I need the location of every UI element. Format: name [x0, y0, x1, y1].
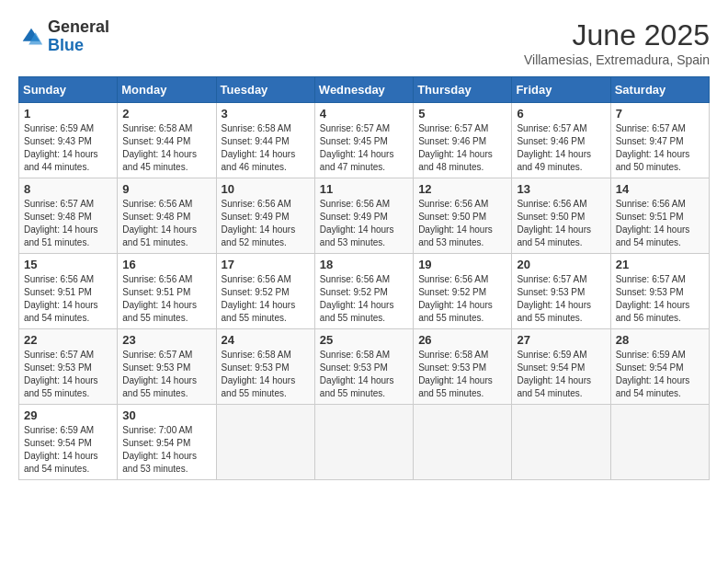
logo-blue: Blue [48, 36, 84, 54]
calendar-cell: 14Sunrise: 6:56 AMSunset: 9:51 PMDayligh… [610, 178, 709, 254]
day-info: Sunrise: 6:57 AMSunset: 9:48 PMDaylight:… [24, 198, 112, 249]
day-info: Sunrise: 6:56 AMSunset: 9:51 PMDaylight:… [24, 273, 112, 325]
calendar-cell: 2Sunrise: 6:58 AMSunset: 9:44 PMDaylight… [118, 103, 216, 178]
calendar-cell: 12Sunrise: 6:56 AMSunset: 9:50 PMDayligh… [414, 178, 512, 254]
day-info: Sunrise: 6:59 AMSunset: 9:54 PMDaylight:… [517, 349, 605, 400]
calendar-cell [314, 405, 413, 480]
day-number: 16 [122, 258, 210, 271]
day-number: 17 [222, 258, 310, 271]
calendar-cell: 23Sunrise: 6:57 AMSunset: 9:53 PMDayligh… [118, 329, 216, 405]
weekday-header-saturday: Saturday [610, 77, 709, 103]
day-info: Sunrise: 6:57 AMSunset: 9:53 PMDaylight:… [616, 273, 704, 325]
calendar-cell [414, 405, 512, 480]
day-number: 28 [616, 333, 704, 347]
calendar-cell: 19Sunrise: 6:56 AMSunset: 9:52 PMDayligh… [414, 254, 512, 329]
calendar-cell: 9Sunrise: 6:56 AMSunset: 9:48 PMDaylight… [118, 178, 216, 254]
day-number: 18 [320, 258, 408, 271]
calendar-cell: 27Sunrise: 6:59 AMSunset: 9:54 PMDayligh… [512, 329, 610, 405]
day-info: Sunrise: 6:56 AMSunset: 9:52 PMDaylight:… [222, 273, 310, 325]
calendar-cell: 8Sunrise: 6:57 AMSunset: 9:48 PMDaylight… [19, 178, 118, 254]
day-info: Sunrise: 6:59 AMSunset: 9:54 PMDaylight:… [24, 424, 112, 476]
day-info: Sunrise: 6:56 AMSunset: 9:52 PMDaylight:… [320, 273, 408, 325]
day-number: 1 [24, 107, 112, 121]
day-info: Sunrise: 6:56 AMSunset: 9:51 PMDaylight:… [122, 273, 210, 325]
day-info: Sunrise: 6:56 AMSunset: 9:48 PMDaylight:… [122, 198, 210, 249]
calendar-cell: 5Sunrise: 6:57 AMSunset: 9:46 PMDaylight… [414, 103, 512, 178]
weekday-header-wednesday: Wednesday [314, 77, 413, 103]
day-number: 30 [122, 408, 210, 422]
logo-general: General [48, 17, 109, 36]
calendar-cell: 20Sunrise: 6:57 AMSunset: 9:53 PMDayligh… [512, 254, 610, 329]
day-info: Sunrise: 6:58 AMSunset: 9:44 PMDaylight:… [222, 122, 310, 174]
calendar-cell: 10Sunrise: 6:56 AMSunset: 9:49 PMDayligh… [216, 178, 314, 254]
logo: General Blue [18, 18, 109, 55]
day-number: 19 [418, 258, 506, 271]
calendar-cell: 24Sunrise: 6:58 AMSunset: 9:53 PMDayligh… [216, 329, 314, 405]
weekday-header-thursday: Thursday [414, 77, 512, 103]
day-number: 3 [222, 107, 310, 121]
day-info: Sunrise: 6:58 AMSunset: 9:53 PMDaylight:… [222, 349, 310, 400]
day-info: Sunrise: 6:57 AMSunset: 9:53 PMDaylight:… [517, 273, 605, 325]
day-number: 20 [517, 258, 605, 271]
month-title: June 2025 [524, 18, 710, 52]
logo-text: General Blue [48, 18, 109, 55]
calendar-table: SundayMondayTuesdayWednesdayThursdayFrid… [18, 76, 710, 480]
day-number: 11 [320, 182, 408, 196]
day-number: 15 [24, 258, 112, 271]
weekday-header-sunday: Sunday [19, 77, 118, 103]
day-info: Sunrise: 6:57 AMSunset: 9:53 PMDaylight:… [122, 349, 210, 400]
day-info: Sunrise: 6:57 AMSunset: 9:46 PMDaylight:… [517, 122, 605, 174]
calendar-week-1: 1Sunrise: 6:59 AMSunset: 9:43 PMDaylight… [19, 103, 710, 178]
day-info: Sunrise: 6:57 AMSunset: 9:47 PMDaylight:… [616, 122, 704, 174]
day-number: 13 [517, 182, 605, 196]
day-number: 26 [418, 333, 506, 347]
title-area: June 2025 Villamesias, Extremadura, Spai… [524, 18, 710, 67]
day-number: 12 [418, 182, 506, 196]
calendar-week-3: 15Sunrise: 6:56 AMSunset: 9:51 PMDayligh… [19, 254, 710, 329]
calendar-cell [216, 405, 314, 480]
day-info: Sunrise: 6:57 AMSunset: 9:46 PMDaylight:… [418, 122, 506, 174]
day-number: 23 [122, 333, 210, 347]
calendar-cell: 7Sunrise: 6:57 AMSunset: 9:47 PMDaylight… [610, 103, 709, 178]
calendar-week-2: 8Sunrise: 6:57 AMSunset: 9:48 PMDaylight… [19, 178, 710, 254]
day-number: 2 [122, 107, 210, 121]
day-number: 10 [222, 182, 310, 196]
day-info: Sunrise: 6:57 AMSunset: 9:53 PMDaylight:… [24, 349, 112, 400]
day-number: 4 [320, 107, 408, 121]
day-number: 6 [517, 107, 605, 121]
calendar-cell: 11Sunrise: 6:56 AMSunset: 9:49 PMDayligh… [314, 178, 413, 254]
calendar-cell: 25Sunrise: 6:58 AMSunset: 9:53 PMDayligh… [314, 329, 413, 405]
day-info: Sunrise: 6:58 AMSunset: 9:53 PMDaylight:… [418, 349, 506, 400]
day-info: Sunrise: 6:56 AMSunset: 9:49 PMDaylight:… [222, 198, 310, 249]
weekday-header-monday: Monday [118, 77, 216, 103]
day-info: Sunrise: 6:59 AMSunset: 9:43 PMDaylight:… [24, 122, 112, 174]
day-info: Sunrise: 6:58 AMSunset: 9:44 PMDaylight:… [122, 122, 210, 174]
calendar-cell: 3Sunrise: 6:58 AMSunset: 9:44 PMDaylight… [216, 103, 314, 178]
calendar-week-4: 22Sunrise: 6:57 AMSunset: 9:53 PMDayligh… [19, 329, 710, 405]
day-number: 22 [24, 333, 112, 347]
calendar-cell: 6Sunrise: 6:57 AMSunset: 9:46 PMDaylight… [512, 103, 610, 178]
day-info: Sunrise: 6:56 AMSunset: 9:51 PMDaylight:… [616, 198, 704, 249]
calendar-cell: 15Sunrise: 6:56 AMSunset: 9:51 PMDayligh… [19, 254, 118, 329]
day-info: Sunrise: 6:56 AMSunset: 9:49 PMDaylight:… [320, 198, 408, 249]
calendar-week-5: 29Sunrise: 6:59 AMSunset: 9:54 PMDayligh… [19, 405, 710, 480]
day-number: 14 [616, 182, 704, 196]
day-info: Sunrise: 6:56 AMSunset: 9:50 PMDaylight:… [418, 198, 506, 249]
calendar-cell: 18Sunrise: 6:56 AMSunset: 9:52 PMDayligh… [314, 254, 413, 329]
location-subtitle: Villamesias, Extremadura, Spain [524, 52, 710, 67]
day-info: Sunrise: 6:56 AMSunset: 9:50 PMDaylight:… [517, 198, 605, 249]
calendar-cell: 13Sunrise: 6:56 AMSunset: 9:50 PMDayligh… [512, 178, 610, 254]
day-number: 27 [517, 333, 605, 347]
calendar-cell [610, 405, 709, 480]
day-info: Sunrise: 7:00 AMSunset: 9:54 PMDaylight:… [122, 424, 210, 476]
day-number: 8 [24, 182, 112, 196]
header: General Blue June 2025 Villamesias, Extr… [18, 18, 710, 67]
calendar-cell: 30Sunrise: 7:00 AMSunset: 9:54 PMDayligh… [118, 405, 216, 480]
day-info: Sunrise: 6:59 AMSunset: 9:54 PMDaylight:… [616, 349, 704, 400]
calendar-cell: 21Sunrise: 6:57 AMSunset: 9:53 PMDayligh… [610, 254, 709, 329]
weekday-header-friday: Friday [512, 77, 610, 103]
calendar-cell: 28Sunrise: 6:59 AMSunset: 9:54 PMDayligh… [610, 329, 709, 405]
day-number: 24 [222, 333, 310, 347]
day-number: 5 [418, 107, 506, 121]
calendar-cell: 29Sunrise: 6:59 AMSunset: 9:54 PMDayligh… [19, 405, 118, 480]
